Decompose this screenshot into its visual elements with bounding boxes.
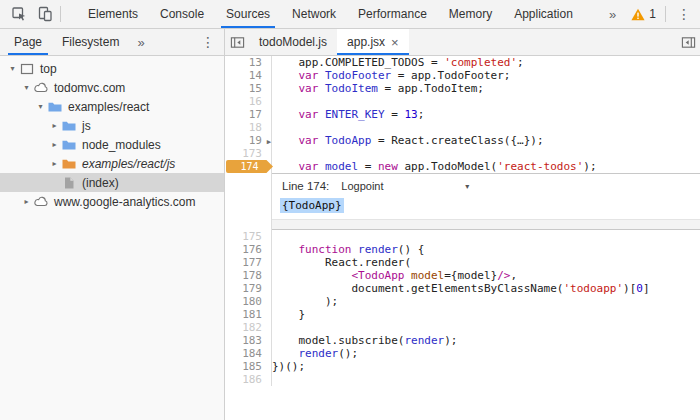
tree-item-top[interactable]: ▾top bbox=[0, 59, 224, 78]
source-editor[interactable]: 13 app.COMPLETED_TODOS = 'completed';14 … bbox=[225, 56, 700, 420]
line-number[interactable]: 181 bbox=[225, 308, 272, 321]
hide-navigator-icon[interactable] bbox=[225, 29, 249, 55]
navigator-more-tabs-chevron[interactable]: » bbox=[129, 35, 152, 50]
line-number[interactable]: 175 bbox=[225, 230, 272, 243]
console-warning-badge[interactable]: 1 bbox=[624, 7, 663, 21]
code-line-175: 175 bbox=[225, 230, 700, 243]
tab-console[interactable]: Console bbox=[149, 0, 215, 28]
folder-icon bbox=[61, 137, 77, 153]
code-text: <TodoApp model={model}/>, bbox=[272, 269, 700, 282]
code-line-178: 178 <TodoApp model={model}/>, bbox=[225, 269, 700, 282]
file-icon bbox=[61, 175, 77, 191]
tab-label: Console bbox=[160, 7, 204, 21]
code-line-174: 174 var model = new app.TodoModel('react… bbox=[225, 160, 700, 173]
tree-item-label: examples/react bbox=[68, 100, 149, 114]
tab-elements[interactable]: Elements bbox=[77, 0, 149, 28]
tab-label: Performance bbox=[358, 7, 427, 21]
navigator-menu-icon[interactable]: ⋮ bbox=[192, 34, 224, 50]
line-number[interactable]: 15 bbox=[225, 82, 272, 95]
line-number[interactable]: 18 bbox=[225, 121, 272, 134]
line-number[interactable]: 14 bbox=[225, 69, 272, 82]
code-text: var TodoApp = React.createClass({…}); bbox=[272, 134, 700, 147]
line-number[interactable]: 13 bbox=[225, 56, 272, 69]
toolbar-divider bbox=[665, 6, 666, 22]
line-number[interactable]: 186 bbox=[225, 373, 272, 386]
code-text bbox=[272, 321, 700, 334]
tab-label: Application bbox=[514, 7, 573, 21]
tree-item-www-google-analytics-com[interactable]: ▸www.google-analytics.com bbox=[0, 192, 224, 211]
main-toolbar: ElementsConsoleSourcesNetworkPerformance… bbox=[0, 0, 700, 29]
line-number[interactable]: 173 bbox=[225, 147, 272, 160]
logpoint-expression-input[interactable]: {TodoApp} bbox=[280, 198, 344, 213]
code-text: var ENTER_KEY = 13; bbox=[272, 108, 700, 121]
collapse-arrow-icon[interactable]: ▾ bbox=[6, 64, 19, 73]
breakpoint-type-value: Logpoint bbox=[341, 180, 383, 192]
logpoint-line-number[interactable]: 174 bbox=[225, 160, 272, 173]
code-line-14: 14 var TodoFooter = app.TodoFooter; bbox=[225, 69, 700, 82]
close-tab-icon[interactable]: × bbox=[391, 36, 399, 49]
code-line-13: 13 app.COMPLETED_TODOS = 'completed'; bbox=[225, 56, 700, 69]
line-number[interactable]: 182 bbox=[225, 321, 272, 334]
tree-item-label: examples/react/js bbox=[82, 157, 175, 171]
code-text: document.getElementsByClassName('todoapp… bbox=[272, 282, 700, 295]
collapse-arrow-icon[interactable]: ▾ bbox=[20, 83, 33, 92]
folder-icon bbox=[61, 156, 77, 172]
editor-tabbar: todoModel.jsapp.jsx× bbox=[225, 29, 700, 55]
main-panel-tabs: ElementsConsoleSourcesNetworkPerformance… bbox=[77, 0, 584, 28]
breakpoint-type-select[interactable]: Logpoint ▾ bbox=[341, 180, 469, 192]
code-line-186: 186 bbox=[225, 373, 700, 386]
line-number[interactable]: 183 bbox=[225, 334, 272, 347]
chevron-down-icon: ▾ bbox=[465, 182, 469, 191]
device-toolbar-icon[interactable] bbox=[32, 1, 58, 27]
line-number[interactable]: 184 bbox=[225, 347, 272, 360]
tab-performance[interactable]: Performance bbox=[347, 0, 438, 28]
navigator-tab-filesystem[interactable]: Filesystem bbox=[52, 29, 129, 55]
line-number[interactable]: 16 bbox=[225, 95, 272, 108]
collapse-arrow-icon[interactable]: ▾ bbox=[34, 102, 47, 111]
line-number[interactable]: 180 bbox=[225, 295, 272, 308]
line-number[interactable]: 19▶ bbox=[225, 134, 272, 147]
code-text bbox=[272, 121, 700, 134]
tree-item-node-modules[interactable]: ▸node_modules bbox=[0, 135, 224, 154]
secondary-toolbar-row: PageFilesystem » ⋮ todoModel.jsapp.jsx× bbox=[0, 29, 700, 56]
expand-arrow-icon[interactable]: ▸ bbox=[20, 197, 33, 206]
tree-item-examples-react[interactable]: ▾examples/react bbox=[0, 97, 224, 116]
tab-sources[interactable]: Sources bbox=[215, 0, 281, 28]
tree-item-index[interactable]: (index) bbox=[0, 173, 224, 192]
code-line-182: 182 bbox=[225, 321, 700, 334]
line-number[interactable]: 178 bbox=[225, 269, 272, 282]
logpoint-badge[interactable]: 174 bbox=[226, 160, 273, 173]
more-panels-chevron[interactable]: » bbox=[601, 7, 624, 22]
editor-tab-todomodel-js[interactable]: todoModel.js bbox=[249, 29, 337, 55]
expand-arrow-icon[interactable]: ▸ bbox=[48, 121, 61, 130]
tree-item-js[interactable]: ▸js bbox=[0, 116, 224, 135]
line-number[interactable]: 177 bbox=[225, 256, 272, 269]
code-text: ); bbox=[272, 295, 700, 308]
tab-application[interactable]: Application bbox=[503, 0, 584, 28]
navigator-tabs: PageFilesystem bbox=[4, 29, 129, 55]
devtools-menu-icon[interactable]: ⋮ bbox=[668, 6, 700, 22]
code-text bbox=[272, 230, 700, 243]
navigator-tab-page[interactable]: Page bbox=[4, 29, 52, 55]
editor-tab-app-jsx[interactable]: app.jsx× bbox=[337, 29, 409, 55]
line-number[interactable]: 179 bbox=[225, 282, 272, 295]
line-number[interactable]: 17 bbox=[225, 108, 272, 121]
code-line-180: 180 ); bbox=[225, 295, 700, 308]
tab-memory[interactable]: Memory bbox=[438, 0, 503, 28]
code-text: render(); bbox=[272, 347, 700, 360]
code-text: function render() { bbox=[272, 243, 700, 256]
line-number[interactable]: 185 bbox=[225, 360, 272, 373]
tab-label: Page bbox=[14, 35, 42, 49]
inspect-element-icon[interactable] bbox=[6, 1, 32, 27]
warning-triangle-icon bbox=[631, 8, 645, 21]
code-text: var model = new app.TodoModel('react-tod… bbox=[272, 160, 700, 173]
tree-item-todomvc-com[interactable]: ▾todomvc.com bbox=[0, 78, 224, 97]
line-number[interactable]: 176 bbox=[225, 243, 272, 256]
tab-network[interactable]: Network bbox=[281, 0, 347, 28]
show-debugger-sidebar-icon[interactable] bbox=[676, 29, 700, 55]
tree-item-examples-react-js[interactable]: ▸examples/react/js bbox=[0, 154, 224, 173]
expand-arrow-icon[interactable]: ▸ bbox=[48, 159, 61, 168]
frame-icon bbox=[19, 61, 35, 77]
gutter-spacer bbox=[225, 173, 272, 230]
expand-arrow-icon[interactable]: ▸ bbox=[48, 140, 61, 149]
